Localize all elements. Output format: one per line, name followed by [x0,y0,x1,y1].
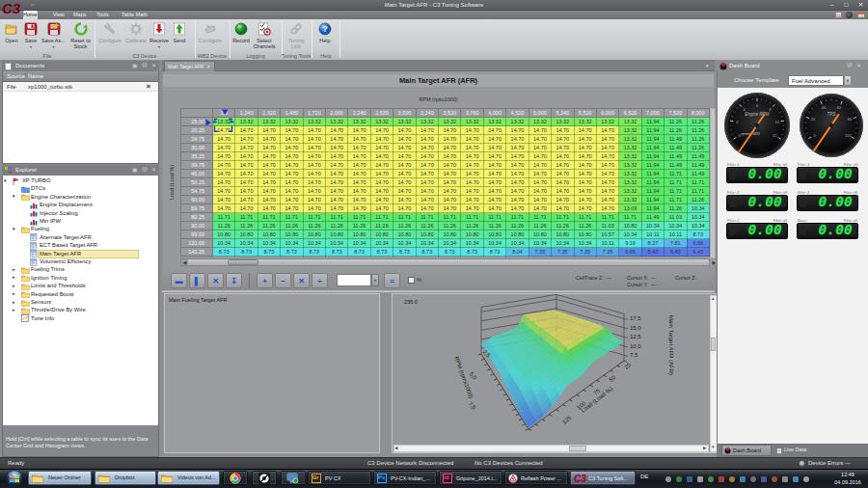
svg-text:12,5: 12,5 [630,334,641,339]
svg-text:10,0: 10,0 [630,343,641,349]
svg-text:15,0: 15,0 [630,325,641,331]
svg-text:25: 25 [623,362,632,370]
svg-text:?: ? [322,24,328,34]
svg-text:20: 20 [811,117,816,122]
svg-text:60: 60 [837,105,842,110]
svg-text:TPS: TPS [827,112,836,117]
svg-text:100: 100 [845,133,852,138]
svg-text:Engine RPM: Engine RPM [745,112,770,117]
svg-text:7,5: 7,5 [630,352,638,358]
svg-text:10: 10 [774,120,779,124]
svg-text:C3: C3 [2,0,21,16]
svg-text:80: 80 [848,117,853,122]
svg-text:7,5: 7,5 [467,401,476,412]
svg-text:17,5: 17,5 [630,315,641,321]
svg-text:125: 125 [561,415,573,425]
svg-text:50: 50 [608,374,616,383]
svg-text:Main Target AFR (AFR): Main Target AFR (AFR) [668,315,674,375]
svg-text:C3: C3 [574,474,586,484]
svg-text:12: 12 [773,133,777,138]
svg-text:40: 40 [822,105,827,110]
svg-text:5,0: 5,0 [468,371,477,382]
